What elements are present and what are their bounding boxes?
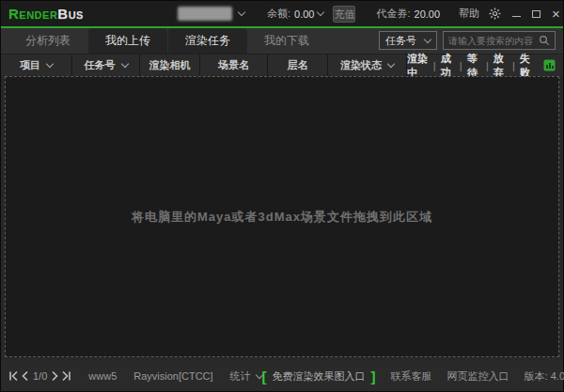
last-page-button[interactable] [60,368,71,384]
chevron-down-icon [424,35,431,42]
main-content: 将电脑里的Maya或者3dMax场景文件拖拽到此区域 [1,76,563,361]
column-label: 项目 [20,58,40,72]
separator: | [460,60,462,71]
column-header-task-id[interactable]: 任务号 [72,55,140,76]
search-icon[interactable] [539,35,550,46]
account-name-redacted [178,7,232,21]
network-line-name: Rayvision[CTCC] [133,370,212,382]
logo-text-white: Bus [57,6,84,22]
chevron-down-icon [317,8,324,16]
tabbar-spacer [326,28,379,54]
column-label: 场景名 [218,58,249,72]
previous-page-button[interactable] [20,368,31,384]
chevron-down-icon [238,8,245,16]
chevron-down-icon [387,60,395,68]
minimize-icon [512,10,521,17]
next-page-button[interactable] [49,368,60,384]
titlebar: RenderBus 余额: 0.00 充值 代金券: 20.00 帮助 [1,1,563,26]
close-button[interactable]: × [552,8,560,21]
contact-support-link[interactable]: 联系客服 [391,369,432,384]
tabbar: 分析列表 我的上传 渲染任务 我的下载 任务号 [1,28,563,54]
status-filter-bar: 渲染中 | 成功 | 等待 | 放弃 | 失败 [407,55,563,76]
tab-render-tasks[interactable]: 渲染任务 [168,28,247,54]
bracket-right: ] [371,369,376,384]
account-dropdown[interactable] [178,7,244,21]
statusbar-right: [ 免费渲染效果图入口 ] 联系客服 网页监控入口 版本: 4.0.2.10 [262,369,564,384]
search-input[interactable] [448,36,539,46]
status-filter-failed[interactable]: 失败 [520,52,534,80]
status-filter-abandoned[interactable]: 放弃 [494,52,508,80]
voucher-info: 代金券: 20.00 [376,7,440,21]
tab-analysis-list[interactable]: 分析列表 [8,28,87,54]
free-render-entry-link[interactable]: [ 免费渲染效果图入口 ] [262,369,376,384]
separator: | [512,60,515,71]
search-box [443,31,556,50]
column-header-layer-name[interactable]: 层名 [268,55,328,76]
column-header-scene-name[interactable]: 场景名 [200,55,268,76]
separator: | [433,60,436,71]
maximize-button[interactable] [532,8,540,21]
first-page-button[interactable] [8,368,20,384]
search-filter-label: 任务号 [385,34,416,48]
status-filter-rendering[interactable]: 渲染中 [407,52,429,80]
renderbus-window: RenderBus 余额: 0.00 充值 代金券: 20.00 帮助 [0,0,564,392]
renderbus-logo: RenderBus [8,7,84,21]
balance-label: 余额: [267,7,290,21]
help-button[interactable]: 帮助 [459,7,479,21]
tab-my-uploads[interactable]: 我的上传 [88,28,167,54]
recharge-button[interactable]: 充值 [333,6,355,23]
column-label: 渲染状态 [340,58,382,72]
chevron-down-icon [46,60,54,68]
column-header-render-camera[interactable]: 渲染相机 [140,55,200,76]
balance-value: 0.00 [294,8,314,20]
logo-text-green: Render [8,6,57,22]
column-label: 任务号 [85,58,116,72]
close-icon: × [552,7,560,21]
status-filter-waiting[interactable]: 等待 [467,52,481,80]
drop-zone-hint: 将电脑里的Maya或者3dMax场景文件拖拽到此区域 [132,209,432,226]
stats-dropdown[interactable]: 统计 [230,369,262,384]
settings-gear-icon[interactable] [489,8,501,20]
page-indicator: 1/0 [33,370,47,382]
column-label: 渲染相机 [149,58,191,72]
voucher-label: 代金券: [376,7,410,21]
version-label: 版本: 4.0.2.10 [525,369,564,384]
bracket-left: [ [262,369,267,384]
chevron-down-icon [120,60,128,68]
free-render-entry-label: 免费渲染效果图入口 [273,369,366,384]
search-filter-dropdown[interactable]: 任务号 [379,31,437,50]
task-table-header: 项目 任务号 渲染相机 场景名 层名 渲染状态 渲染中 | 成功 | 等待 | … [1,54,563,76]
column-header-project[interactable]: 项目 [1,55,72,76]
column-label: 层名 [288,58,308,72]
status-filter-success[interactable]: 成功 [441,52,455,80]
balance-dropdown[interactable]: 余额: 0.00 [267,7,323,21]
file-drop-zone[interactable]: 将电脑里的Maya或者3dMax场景文件拖拽到此区域 [5,76,559,357]
web-monitor-link[interactable]: 网页监控入口 [447,369,509,384]
status-chart-icon[interactable] [543,59,556,71]
separator: | [486,60,489,71]
server-name: www5 [88,370,117,382]
column-header-render-status[interactable]: 渲染状态 [328,55,407,76]
maximize-icon [532,10,540,18]
stats-label: 统计 [230,369,251,384]
minimize-button[interactable] [512,8,521,21]
tab-my-downloads[interactable]: 我的下载 [247,28,326,54]
voucher-value: 20.00 [415,8,441,20]
statusbar: 1/0 www5 Rayvision[CTCC] 统计 [ 免费渲染效果图入口 … [1,361,563,391]
